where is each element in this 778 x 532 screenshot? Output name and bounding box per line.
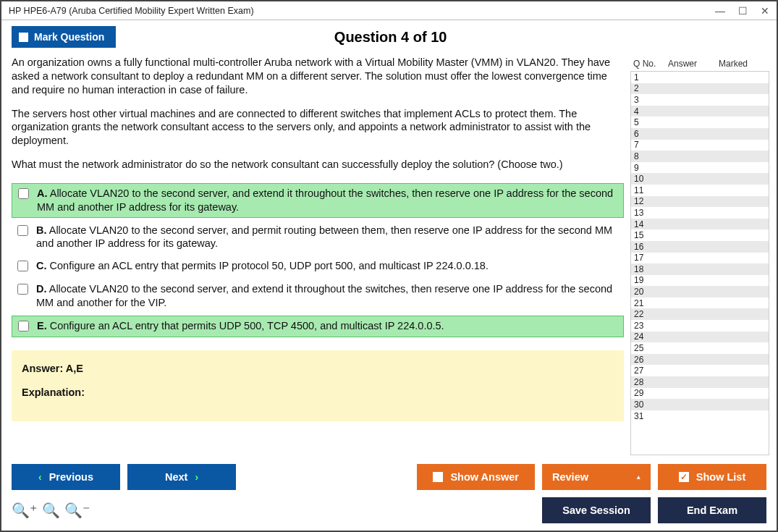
stem-paragraph: The servers host other virtual machines … [12, 107, 624, 148]
checkbox-checked-icon: ✓ [679, 472, 689, 482]
list-row[interactable]: 7 [631, 140, 769, 151]
list-row[interactable]: 14 [631, 219, 769, 230]
option-d[interactable]: D. Allocate VLAN20 to the second server,… [12, 279, 624, 313]
zoom-in-icon[interactable]: 🔍⁺ [12, 502, 38, 519]
row-qno: 6 [634, 129, 669, 139]
option-checkbox[interactable] [17, 284, 28, 295]
option-text: D. Allocate VLAN20 to the second server,… [36, 282, 620, 310]
list-row[interactable]: 17 [631, 253, 769, 264]
save-session-label: Save Session [562, 504, 630, 516]
show-list-label: Show List [696, 471, 745, 483]
row-qno: 28 [634, 377, 669, 387]
show-answer-button[interactable]: Show Answer [417, 464, 535, 490]
list-row[interactable]: 25 [631, 342, 769, 354]
list-row[interactable]: 5 [631, 117, 769, 128]
option-c[interactable]: C. Configure an ACL entry that permits I… [12, 256, 624, 276]
footer-row-2: 🔍⁺ 🔍 🔍⁻ Save Session End Exam [12, 497, 766, 523]
list-row[interactable]: 4 [631, 106, 769, 117]
options-list: A. Allocate VLAN20 to the second server,… [12, 183, 624, 340]
row-qno: 25 [634, 343, 669, 353]
option-text: B. Allocate VLAN20 to the second server,… [36, 224, 620, 251]
list-row[interactable]: 8 [631, 151, 769, 162]
maximize-icon[interactable]: ☐ [738, 6, 748, 16]
answer-box: Answer: A,E Explanation: [12, 350, 624, 421]
list-row[interactable]: 2 [631, 83, 769, 95]
previous-label: Previous [49, 471, 93, 483]
option-text: A. Allocate VLAN20 to the second server,… [37, 187, 619, 214]
col-qno: Q No. [633, 59, 668, 69]
save-session-button[interactable]: Save Session [542, 497, 651, 523]
list-row[interactable]: 6 [631, 128, 769, 140]
option-checkbox[interactable] [17, 261, 28, 271]
row-qno: 23 [634, 321, 669, 331]
list-row[interactable]: 19 [631, 275, 769, 287]
list-row[interactable]: 29 [631, 388, 769, 400]
list-row[interactable]: 11 [631, 185, 769, 196]
zoom-reset-icon[interactable]: 🔍 [42, 502, 60, 519]
row-qno: 1 [634, 72, 669, 83]
next-label: Next [165, 471, 187, 483]
row-qno: 26 [634, 355, 669, 365]
row-qno: 29 [634, 388, 669, 398]
close-icon[interactable]: ✕ [761, 6, 769, 16]
titlebar: HP HPE6-A79 (Aruba Certified Mobility Ex… [1, 1, 777, 20]
row-qno: 13 [634, 208, 669, 218]
list-row[interactable]: 30 [631, 399, 769, 410]
zoom-controls: 🔍⁺ 🔍 🔍⁻ [12, 502, 90, 519]
checkbox-icon [433, 472, 443, 482]
row-qno: 10 [634, 174, 669, 184]
previous-button[interactable]: ‹ Previous [12, 464, 120, 490]
row-qno: 20 [634, 287, 669, 297]
row-qno: 31 [634, 411, 669, 421]
col-answer: Answer [668, 59, 719, 69]
row-qno: 2 [634, 83, 669, 93]
question-counter: Question 4 of 10 [14, 29, 766, 46]
row-qno: 17 [634, 253, 669, 263]
list-row[interactable]: 21 [631, 297, 769, 309]
review-button[interactable]: Review ▴ [542, 464, 651, 490]
list-scroll[interactable]: 1234567891011121314151617181920212223242… [631, 72, 769, 455]
question-stem: An organization owns a fully functional … [12, 56, 624, 182]
list-row[interactable]: 28 [631, 376, 769, 388]
list-row[interactable]: 26 [631, 354, 769, 366]
list-row[interactable]: 22 [631, 308, 769, 320]
list-row[interactable]: 24 [631, 332, 769, 343]
explanation-label: Explanation: [22, 386, 614, 400]
list-body: 1234567891011121314151617181920212223242… [630, 72, 769, 455]
footer: ‹ Previous Next › Show Answer Review ▴ ✓… [1, 455, 777, 531]
question-panel: An organization owns a fully functional … [12, 56, 630, 455]
list-row[interactable]: 18 [631, 263, 769, 275]
list-row[interactable]: 23 [631, 320, 769, 332]
option-b[interactable]: B. Allocate VLAN20 to the second server,… [12, 221, 624, 254]
end-exam-button[interactable]: End Exam [658, 497, 766, 523]
next-button[interactable]: Next › [127, 464, 236, 490]
row-qno: 5 [634, 117, 669, 127]
list-row[interactable]: 3 [631, 94, 769, 106]
zoom-out-icon[interactable]: 🔍⁻ [64, 502, 90, 519]
option-checkbox[interactable] [18, 188, 29, 199]
list-row[interactable]: 15 [631, 229, 769, 241]
list-row[interactable]: 20 [631, 286, 769, 297]
row-qno: 30 [634, 400, 669, 410]
list-row[interactable]: 10 [631, 173, 769, 185]
minimize-icon[interactable]: — [715, 6, 725, 16]
list-row[interactable]: 12 [631, 196, 769, 208]
list-row[interactable]: 31 [631, 410, 769, 422]
window-controls: — ☐ ✕ [715, 6, 769, 16]
list-row[interactable]: 1 [631, 72, 769, 83]
show-list-button[interactable]: ✓ Show List [658, 464, 766, 490]
list-row[interactable]: 9 [631, 162, 769, 174]
chevron-left-icon: ‹ [38, 471, 42, 483]
option-a[interactable]: A. Allocate VLAN20 to the second server,… [12, 183, 624, 218]
row-qno: 22 [634, 309, 669, 319]
footer-row-1: ‹ Previous Next › Show Answer Review ▴ ✓… [12, 464, 766, 490]
stem-paragraph: An organization owns a fully functional … [12, 56, 624, 97]
option-checkbox[interactable] [18, 321, 29, 332]
option-e[interactable]: E. Configure an ACL entry that permits U… [12, 316, 624, 337]
option-checkbox[interactable] [17, 225, 28, 236]
list-row[interactable]: 27 [631, 365, 769, 376]
list-row[interactable]: 13 [631, 207, 769, 219]
col-marked: Marked [719, 59, 769, 69]
list-row[interactable]: 16 [631, 241, 769, 253]
answer-label: Answer: A,E [22, 362, 614, 376]
